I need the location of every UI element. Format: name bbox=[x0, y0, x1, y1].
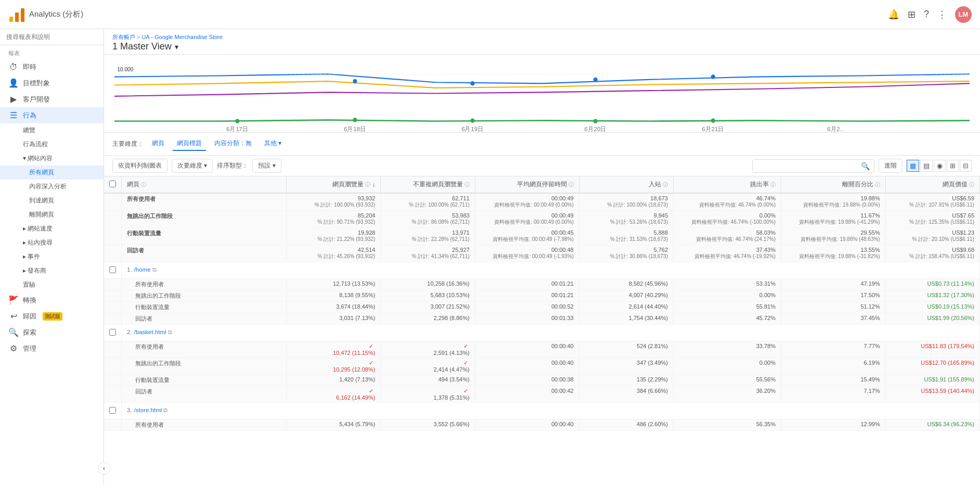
view-table2-button[interactable]: ⊞ bbox=[947, 160, 959, 172]
sidebar-sub-site-speed[interactable]: ▸ 網站速度 bbox=[0, 222, 104, 236]
page-info-icon[interactable]: ⓘ bbox=[141, 181, 146, 188]
sidebar-sub-events[interactable]: ▸ 事件 bbox=[0, 250, 104, 264]
sidebar-item-behavior[interactable]: ☰ 行為 bbox=[0, 107, 104, 123]
col-page-value-header[interactable]: 網頁價值 ⓘ bbox=[885, 176, 979, 193]
down-flag: ✓ bbox=[369, 343, 373, 350]
page-link[interactable]: /store.html bbox=[134, 407, 162, 413]
entrances-info-icon[interactable]: ⓘ bbox=[663, 181, 668, 188]
col-entrances-header[interactable]: 入站 ⓘ bbox=[579, 176, 673, 193]
page-link[interactable]: /home bbox=[134, 266, 151, 273]
svg-point-11 bbox=[235, 119, 239, 123]
col-pageviews-header[interactable]: 網頁瀏覽量 ⓘ ↓ bbox=[287, 176, 381, 193]
table-search-box[interactable]: 🔍 bbox=[752, 159, 874, 173]
select-all-checkbox[interactable] bbox=[109, 181, 116, 187]
svg-text:6月18日: 6月18日 bbox=[344, 126, 366, 132]
col-checkbox[interactable] bbox=[104, 176, 122, 193]
tab-page-title[interactable]: 網頁標題 bbox=[173, 137, 206, 151]
tab-content-group[interactable]: 內容分類：無 bbox=[210, 137, 256, 151]
sidebar-item-acquisition[interactable]: ▶ 客戶開發 bbox=[0, 91, 104, 107]
exit-rate-info-icon[interactable]: ⓘ bbox=[875, 181, 880, 188]
svg-point-16 bbox=[353, 79, 357, 84]
table-search-icon[interactable]: 🔍 bbox=[860, 161, 871, 171]
advanced-filter-button[interactable]: 進階 bbox=[879, 159, 902, 173]
table-search-input[interactable] bbox=[756, 162, 860, 170]
breadcrumb-account-name[interactable]: UA - Google Merchandise Store bbox=[142, 34, 223, 40]
sidebar-sub-site-content[interactable]: ▾ 網站內容 bbox=[0, 151, 104, 165]
col-avg-time-header[interactable]: 平均網頁停留時間 ⓘ bbox=[475, 176, 579, 193]
svg-text:6月19日: 6月19日 bbox=[461, 126, 483, 132]
sidebar-search-area[interactable] bbox=[0, 29, 104, 45]
table-header-row: 網頁 ⓘ 網頁瀏覽量 ⓘ ↓ 不重複網頁瀏覽量 bbox=[104, 176, 980, 193]
sidebar-sub-landing-pages[interactable]: 到達網頁 bbox=[0, 194, 104, 208]
col-bounce-rate-header[interactable]: 跳出率 ⓘ bbox=[674, 176, 781, 193]
segment-data-row: 無跳出的工作階段8,138 (9.55%)5,683 (10.53%)00:01… bbox=[104, 290, 980, 302]
help-button[interactable]: ? bbox=[924, 9, 929, 20]
col-chart-button[interactable]: 依資料列制圖表 bbox=[112, 159, 167, 173]
view-pie-button[interactable]: ◉ bbox=[934, 160, 946, 172]
view-bar-button[interactable]: ▤ bbox=[920, 160, 933, 172]
sidebar-sub-site-search[interactable]: ▸ 站內搜尋 bbox=[0, 236, 104, 250]
dropdown-icon[interactable]: ▾ bbox=[175, 43, 178, 51]
pageviews-info-icon[interactable]: ⓘ bbox=[365, 181, 370, 188]
copy-icon[interactable]: ⧉ bbox=[168, 329, 172, 335]
down-flag2: ✓ bbox=[463, 343, 468, 350]
segment-data-row: 無跳出的工作階段✓10,295 (12.08%)✓2,414 (4.47%)00… bbox=[104, 358, 980, 375]
svg-text:6月2...: 6月2... bbox=[827, 126, 845, 132]
sidebar-item-audience[interactable]: 👤 目標對象 bbox=[0, 75, 104, 91]
bounce-rate-info-icon[interactable]: ⓘ bbox=[770, 181, 776, 188]
sidebar-sub-exit-pages[interactable]: 離開網頁 bbox=[0, 208, 104, 222]
page-value-info-icon[interactable]: ⓘ bbox=[969, 181, 974, 188]
view-grid-button[interactable]: ▦ bbox=[907, 160, 919, 172]
top-navigation: Analytics (分析) 🔔 ⊞ ? ⋮ LM bbox=[0, 0, 980, 29]
dimension-label: 主要維度： bbox=[112, 139, 144, 148]
sidebar-item-attribution[interactable]: ↩ 歸因 測試版 bbox=[0, 308, 104, 324]
page-title-row: 1 Master View ▾ bbox=[112, 41, 972, 52]
sidebar-item-label: 即時 bbox=[23, 62, 36, 72]
user-avatar[interactable]: LM bbox=[955, 6, 972, 23]
sidebar-sub-flow[interactable]: 行為流程 bbox=[0, 137, 104, 151]
trend-chart: 10.000 6月17日 6月18日 6月19日 6月20日 6月21日 6月2… bbox=[114, 55, 970, 132]
sidebar-sub-experiments[interactable]: 置驗 bbox=[0, 278, 104, 292]
page-link[interactable]: /basket.html bbox=[134, 329, 166, 335]
chart-area: 10.000 6月17日 6月18日 6月19日 6月20日 6月21日 6月2… bbox=[104, 55, 980, 133]
svg-text:10.000: 10.000 bbox=[117, 67, 134, 72]
segment-name: 所有使用者 bbox=[127, 343, 164, 350]
row-checkbox[interactable] bbox=[109, 407, 116, 414]
col-exit-rate-header[interactable]: 離開百分比 ⓘ bbox=[781, 176, 885, 193]
copy-icon[interactable]: ⧉ bbox=[152, 266, 157, 273]
beta-badge: 測試版 bbox=[43, 312, 62, 321]
tab-page[interactable]: 網頁 bbox=[148, 137, 169, 151]
copy-icon[interactable]: ⧉ bbox=[163, 407, 167, 413]
segment-name: 所有使用者 bbox=[127, 422, 164, 428]
view-icons-group: ▦ ▤ ◉ ⊞ ⊟ bbox=[907, 160, 972, 172]
apps-button[interactable]: ⊞ bbox=[908, 9, 915, 20]
notifications-button[interactable]: 🔔 bbox=[888, 9, 899, 20]
tab-other[interactable]: 其他 ▾ bbox=[260, 137, 286, 151]
sort-desc-icon: ↓ bbox=[372, 181, 375, 188]
sidebar-sub-all-pages[interactable]: 所有網頁 bbox=[0, 165, 104, 180]
search-input[interactable] bbox=[6, 33, 97, 41]
sidebar-sub-overview[interactable]: 總覽 bbox=[0, 123, 104, 137]
summary-row: 所有使用者93,932% 計計: 100.00% (93,932)62,711%… bbox=[104, 193, 980, 211]
row-checkbox[interactable] bbox=[109, 329, 116, 336]
col-page-header[interactable]: 網頁 ⓘ bbox=[122, 176, 287, 193]
secondary-dimension-button[interactable]: 次要維度 ▾ bbox=[172, 159, 213, 173]
row-number: 2. bbox=[127, 329, 132, 335]
sidebar-item-admin[interactable]: ⚙ 管理 bbox=[0, 340, 104, 356]
sidebar-sub-publisher[interactable]: ▸ 發布商 bbox=[0, 264, 104, 278]
sidebar-item-realtime[interactable]: ⏱ 即時 bbox=[0, 59, 104, 75]
sidebar-item-conversions[interactable]: 🚩 轉換 bbox=[0, 292, 104, 308]
table-row: 2./basket.html ⧉ bbox=[104, 325, 980, 341]
col-unique-pv-header[interactable]: 不重複網頁瀏覽量 ⓘ bbox=[381, 176, 475, 193]
segment-name: 行動裝置流量 bbox=[127, 304, 170, 310]
more-options-button[interactable]: ⋮ bbox=[937, 9, 947, 20]
row-checkbox[interactable] bbox=[109, 266, 116, 273]
sidebar-item-explore[interactable]: 🔍 探索 bbox=[0, 324, 104, 340]
view-custom-button[interactable]: ⊟ bbox=[960, 160, 972, 172]
breadcrumb-all-accounts[interactable]: 所有帳戶 bbox=[112, 34, 135, 40]
sort-default-button[interactable]: 預設 ▾ bbox=[252, 159, 281, 173]
dimension-controls: 主要維度： 網頁 網頁標題 內容分類：無 其他 ▾ bbox=[104, 133, 980, 156]
sidebar-sub-content-drilldown[interactable]: 內容深入分析 bbox=[0, 180, 104, 194]
unique-pv-info-icon[interactable]: ⓘ bbox=[465, 181, 470, 188]
avg-time-info-icon[interactable]: ⓘ bbox=[569, 181, 574, 188]
